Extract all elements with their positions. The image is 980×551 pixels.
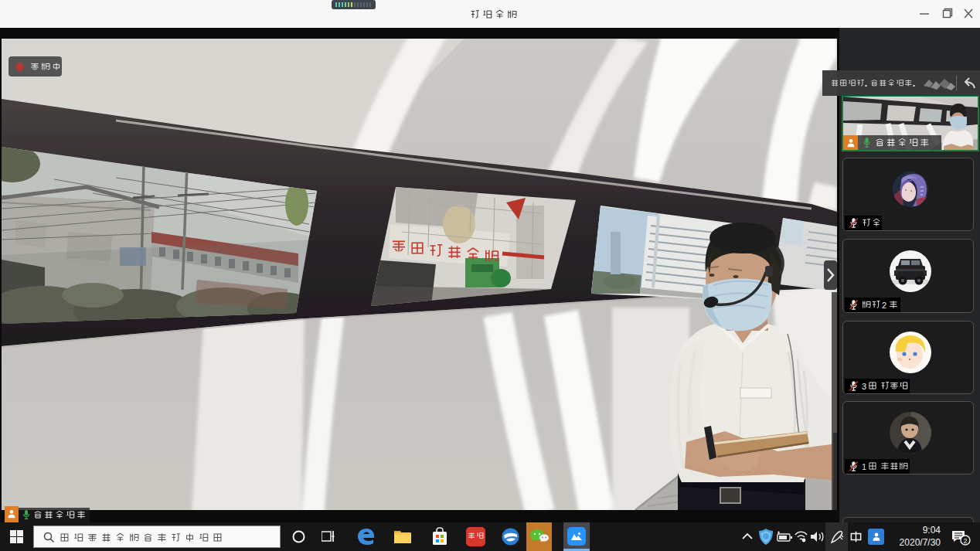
- svg-text:2: 2: [963, 537, 967, 545]
- svg-text:2: 2: [882, 301, 886, 310]
- svg-text:1: 1: [862, 462, 866, 471]
- svg-text:3: 3: [862, 382, 866, 391]
